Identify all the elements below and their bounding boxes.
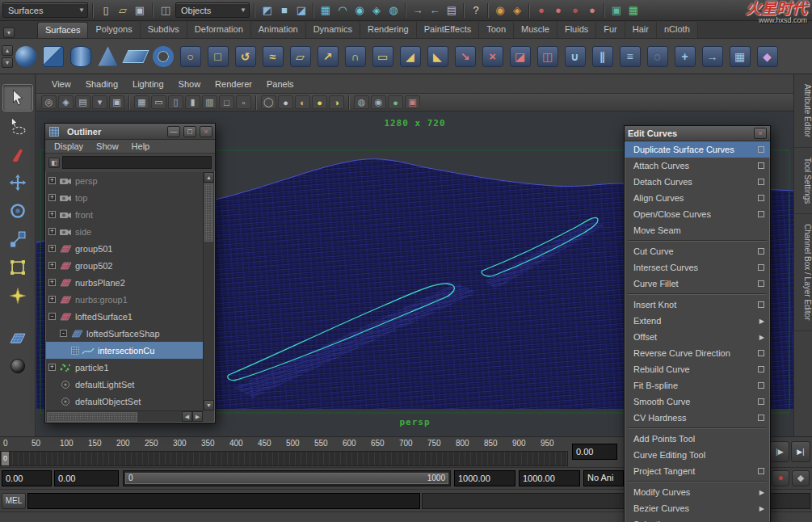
safe-title-icon[interactable]: ▫ [236,95,251,109]
nurbs-cylinder-icon[interactable] [67,41,94,72]
panel-menu-renderer[interactable]: Renderer [208,77,259,91]
image-plane-icon[interactable]: ▣ [109,95,124,109]
help-icon[interactable]: ? [468,2,484,19]
menu-item-selection[interactable]: Selection▶ [625,516,770,522]
menu-item-smooth-curve[interactable]: Smooth Curve [625,394,770,410]
timeline-track[interactable]: 0 [0,451,568,466]
shelf-tab-toon[interactable]: Toon [479,22,514,38]
menu-item-curve-fillet[interactable]: Curve Fillet [625,276,770,292]
expander-icon[interactable]: - [48,313,56,320]
playback-start-field[interactable] [54,470,119,486]
menu-item-duplicate-surface-curves[interactable]: Duplicate Surface Curves [625,141,770,158]
shelf-tab-muscle[interactable]: Muscle [514,22,557,38]
shelf-tab-fluids[interactable]: Fluids [557,22,596,38]
animation-start-field[interactable] [2,470,52,486]
intersect-surfaces-icon[interactable]: × [479,41,506,72]
move-tool[interactable] [3,170,32,196]
rebuild-surfaces-icon[interactable]: ▦ [726,41,753,72]
option-box-icon[interactable] [758,248,764,255]
wireframe-icon[interactable]: ◯ [261,95,276,109]
animation-preferences-button[interactable]: ◆ [792,470,810,486]
trim-tool-icon[interactable]: ◪ [507,41,533,72]
character-set-selector[interactable]: No Ani [583,470,624,486]
extend-surfaces-icon[interactable]: → [699,41,726,72]
outliner-item-loftedsurface1[interactable]: -loftedSurface1 [46,308,203,325]
nurbs-cube-icon[interactable] [40,41,66,72]
menu-item-fit-b-spline[interactable]: Fit B-spline [625,377,770,394]
option-box-icon[interactable] [758,264,764,271]
menu-item-open-close-curves[interactable]: Open/Close Curves [625,206,770,222]
expander-icon[interactable]: + [48,228,56,235]
outliner-titlebar[interactable]: Outliner — □ × [45,124,215,140]
select-tool[interactable] [3,85,32,111]
camera-attributes-icon[interactable]: ▤ [75,95,90,109]
menu-item-detach-curves[interactable]: Detach Curves [625,174,770,190]
selection-mask-icon[interactable]: ◫ [158,2,174,19]
lasso-select-tool[interactable] [3,113,32,139]
output-connections-icon[interactable]: ← [427,2,443,19]
last-tool-sphere[interactable] [3,353,32,379]
bookmarks-icon[interactable]: ▾ [92,95,107,109]
menu-item-intersect-curves[interactable]: Intersect Curves [625,259,770,276]
shelf-scroll-up-button[interactable]: ▴ [2,45,13,56]
menu-item-align-curves[interactable]: Align Curves [625,190,770,206]
nurbs-torus-icon[interactable] [149,41,176,72]
snap-to-plane-icon[interactable]: ◈ [368,2,385,19]
shelf-tab-polygons[interactable]: Polygons [88,22,140,38]
option-box-icon[interactable] [758,350,764,356]
xray-icon[interactable]: ◍ [354,95,369,109]
option-box-icon[interactable] [758,398,764,405]
default-material-icon[interactable]: ● [388,95,403,109]
save-scene-icon[interactable]: ▣ [132,2,148,19]
menu-item-reverse-curve-direction[interactable]: Reverse Curve Direction [625,345,770,361]
horizontal-scrollbar[interactable]: ◀ ▶ [46,410,203,422]
universal-manipulator-tool[interactable] [3,255,32,280]
shelf-tab-hair[interactable]: Hair [625,22,657,38]
camera-select-icon[interactable]: ◎ [41,95,57,109]
scrollbar-thumb[interactable] [47,412,137,422]
untrim-icon[interactable]: ◫ [534,41,561,72]
grid-toggle-icon[interactable]: ▦ [134,95,149,109]
expander-icon[interactable]: + [48,296,56,303]
expander-icon[interactable]: + [48,194,56,201]
go-to-end-button[interactable]: ▶| [791,441,810,462]
input-connections-icon[interactable]: → [410,2,426,19]
expander-icon[interactable]: + [48,262,56,269]
option-box-icon[interactable] [758,301,764,308]
close-button[interactable]: × [754,128,767,139]
panel-tab-channel-box-layer-editor[interactable]: Channel Box / Layer Editor [794,214,812,331]
option-box-icon[interactable] [758,280,764,287]
menu-set-selector[interactable]: Surfaces ▼ [2,2,88,18]
menu-item-attach-curves[interactable]: Attach Curves [625,158,770,174]
selection-mask-selector[interactable]: Objects ▼ [175,2,250,18]
playhead[interactable]: 0 [2,452,9,465]
shelf-tab-deformation[interactable]: Deformation [187,22,251,38]
shelf-tab-painteffects[interactable]: PaintEffects [417,22,480,38]
menu-item-curve-editing-tool[interactable]: Curve Editing Tool [625,447,770,463]
option-box-icon[interactable] [758,162,764,169]
scroll-right-icon[interactable]: ▶ [192,411,203,422]
range-slider-bar[interactable] [125,473,448,484]
outliner-item-persp[interactable]: +persp [46,172,203,189]
option-box-icon[interactable] [758,146,764,153]
lock-camera-icon[interactable]: ◈ [58,95,74,109]
bevel-icon[interactable]: ◢ [397,41,423,72]
option-box-icon[interactable] [758,382,764,389]
menu-item-rebuild-curve[interactable]: Rebuild Curve [625,361,770,377]
menu-item-project-tangent[interactable]: Project Tangent [625,463,770,479]
close-button[interactable]: × [200,126,212,137]
shelf-tab-fur[interactable]: Fur [596,22,625,38]
gate-mask-icon[interactable]: ▮ [185,95,200,109]
insert-isoparms-icon[interactable]: + [671,41,698,72]
range-slider[interactable]: 0 1000 [123,470,451,486]
playblast-icon[interactable]: ▣ [405,95,420,109]
snap-to-point-icon[interactable]: ◉ [351,2,368,19]
resolution-gate-icon[interactable]: ▯ [168,95,183,109]
command-input[interactable] [27,493,420,509]
option-box-icon[interactable] [758,195,764,201]
menu-item-cut-curve[interactable]: Cut Curve [625,243,770,259]
option-box-icon[interactable] [758,468,764,474]
nurbs-sphere-icon[interactable] [12,41,39,72]
minimize-button[interactable]: — [167,126,180,137]
sculpt-geometry-icon[interactable]: ◆ [754,41,780,72]
